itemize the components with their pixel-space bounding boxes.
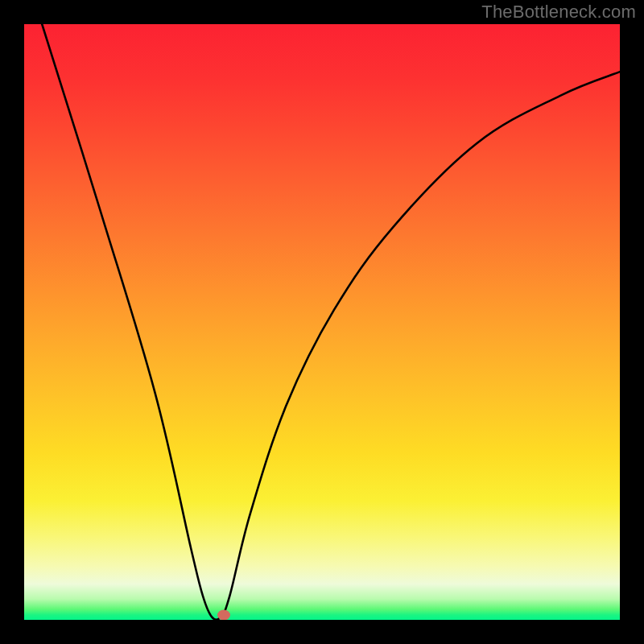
bottleneck-curve xyxy=(42,24,620,620)
plot-area xyxy=(24,24,620,620)
curve-svg xyxy=(24,24,620,620)
marker-dot xyxy=(217,610,230,620)
watermark-text: TheBottleneck.com xyxy=(481,2,636,23)
chart-frame: TheBottleneck.com xyxy=(0,0,644,644)
